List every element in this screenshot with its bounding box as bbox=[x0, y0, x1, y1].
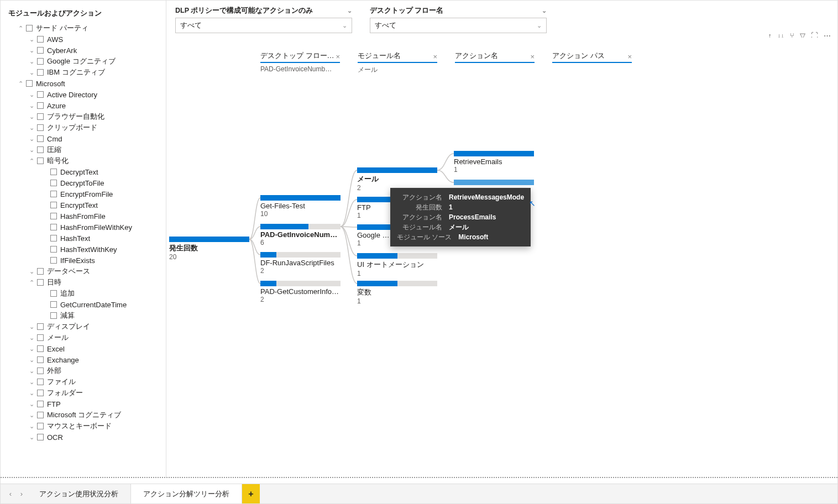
tree-root-node[interactable]: 発生回数 20 bbox=[169, 237, 249, 261]
tree-item[interactable]: ⌄ディスプレイ bbox=[1, 321, 166, 332]
checkbox[interactable] bbox=[50, 301, 57, 308]
filter-flow-label[interactable]: デスクトップ フロー名 ⌄ bbox=[370, 4, 547, 18]
checkbox[interactable] bbox=[37, 401, 44, 407]
checkbox[interactable] bbox=[37, 379, 44, 385]
chevron-down-icon[interactable]: ⌄ bbox=[27, 356, 36, 364]
tree-item[interactable]: 追加 bbox=[1, 288, 166, 299]
chevron-down-icon[interactable]: ⌄ bbox=[27, 390, 36, 397]
checkbox[interactable] bbox=[37, 47, 44, 54]
tree-item[interactable]: HashFromFileWithKey bbox=[1, 222, 166, 233]
tree-item[interactable]: EncryptFromFile bbox=[1, 188, 166, 200]
chevron-down-icon[interactable]: ⌄ bbox=[27, 113, 36, 120]
chevron-down-icon[interactable]: ⌄ bbox=[27, 69, 36, 76]
tree-item[interactable]: ⌃暗号化 bbox=[1, 155, 166, 166]
chevron-up-icon[interactable]: ⌃ bbox=[27, 158, 36, 165]
checkbox[interactable] bbox=[50, 180, 57, 186]
tree-item[interactable]: ⌄外部 bbox=[1, 365, 166, 376]
checkbox[interactable] bbox=[50, 224, 57, 230]
tree-item[interactable]: HashText bbox=[1, 233, 166, 244]
chevron-up-icon[interactable]: ⌃ bbox=[16, 80, 25, 87]
checkbox[interactable] bbox=[50, 169, 57, 175]
chevron-down-icon[interactable]: ⌄ bbox=[27, 434, 36, 441]
chevron-down-icon[interactable]: ⌄ bbox=[27, 91, 36, 98]
tree-item[interactable]: ⌄AWS bbox=[1, 34, 166, 45]
tree-node[interactable]: UI オートメーション1 bbox=[357, 253, 437, 277]
chevron-down-icon[interactable]: ⌄ bbox=[27, 323, 36, 330]
checkbox[interactable] bbox=[50, 202, 57, 208]
checkbox[interactable] bbox=[37, 91, 44, 98]
tree-item[interactable]: ⌄Google コグニティブ bbox=[1, 56, 166, 67]
tree-node[interactable]: RetrieveEmails1 bbox=[454, 151, 534, 174]
filter-flow-select[interactable]: すべて ⌄ bbox=[370, 18, 547, 33]
checkbox[interactable] bbox=[37, 423, 44, 429]
tree-item[interactable]: ⌄ブラウザー自動化 bbox=[1, 111, 166, 122]
tree-item[interactable]: ⌄Exchange bbox=[1, 354, 166, 365]
checkbox[interactable] bbox=[37, 36, 44, 43]
checkbox[interactable] bbox=[37, 69, 44, 76]
checkbox[interactable] bbox=[37, 102, 44, 109]
tab-usage[interactable]: アクション使用状況分析 bbox=[27, 484, 131, 503]
tree-node[interactable]: Get-Files-Test10 bbox=[260, 195, 341, 218]
chevron-down-icon[interactable]: ⌄ bbox=[27, 135, 36, 143]
col-head-module[interactable]: モジュール名 × bbox=[358, 50, 437, 63]
tree-item[interactable]: ⌄クリップボード bbox=[1, 122, 166, 133]
chevron-down-icon[interactable]: ⌄ bbox=[27, 368, 36, 375]
checkbox[interactable] bbox=[37, 323, 44, 330]
checkbox[interactable] bbox=[37, 124, 44, 131]
checkbox[interactable] bbox=[50, 246, 57, 253]
checkbox[interactable] bbox=[37, 158, 44, 164]
chevron-down-icon[interactable]: ⌄ bbox=[27, 36, 36, 43]
tree-item[interactable]: IfFileExists bbox=[1, 255, 166, 266]
tab-add-button[interactable]: + bbox=[242, 484, 260, 503]
tree-item[interactable]: ⌄圧縮 bbox=[1, 144, 166, 155]
checkbox[interactable] bbox=[37, 412, 44, 418]
tree-node[interactable]: DF-RunJavaScriptFiles2 bbox=[260, 252, 341, 275]
checkbox[interactable] bbox=[37, 113, 44, 120]
tree-item[interactable]: ⌄Active Directory bbox=[1, 89, 166, 100]
chevron-down-icon[interactable]: ⌄ bbox=[27, 379, 36, 386]
tree-item[interactable]: ⌃Microsoft bbox=[1, 78, 166, 89]
tree-item[interactable]: ⌄ファイル bbox=[1, 376, 166, 387]
checkbox[interactable] bbox=[26, 80, 33, 87]
tree-item[interactable]: ⌄FTP bbox=[1, 398, 166, 410]
chevron-down-icon[interactable]: ⌄ bbox=[27, 146, 36, 154]
checkbox[interactable] bbox=[50, 312, 57, 319]
chevron-down-icon[interactable]: ⌄ bbox=[27, 102, 36, 109]
chevron-down-icon[interactable]: ⌄ bbox=[27, 47, 36, 54]
decomposition-tree[interactable]: デスクトップ フロー… × PAD-GetInvoiceNumb… モジュール名… bbox=[166, 38, 837, 477]
tree-item[interactable]: ⌄OCR bbox=[1, 432, 166, 443]
tab-decomposition[interactable]: アクション分解ツリー分析 bbox=[131, 484, 242, 503]
col-head-path[interactable]: アクション パス × bbox=[552, 50, 632, 63]
col-head-flow[interactable]: デスクトップ フロー… × bbox=[260, 50, 340, 63]
tree-item[interactable]: HashTextWithKey bbox=[1, 244, 166, 255]
tree-node[interactable]: PAD-GetCustomerInfo…2 bbox=[260, 281, 341, 303]
tree-item[interactable]: DecryptToFile bbox=[1, 177, 166, 188]
tree-item[interactable]: GetCurrentDateTime bbox=[1, 299, 166, 310]
tab-next-icon[interactable]: › bbox=[16, 484, 27, 503]
checkbox[interactable] bbox=[50, 191, 57, 197]
tree-item[interactable]: HashFromFile bbox=[1, 211, 166, 222]
checkbox[interactable] bbox=[26, 25, 33, 32]
tree-item[interactable]: ⌃日時 bbox=[1, 277, 166, 288]
tree-item[interactable]: ⌄Excel bbox=[1, 343, 166, 354]
tree-item[interactable]: ⌃サード パーティ bbox=[1, 23, 166, 34]
checkbox[interactable] bbox=[37, 368, 44, 374]
tree-node[interactable]: PAD-GetInvoiceNum…6 bbox=[260, 224, 341, 246]
chevron-down-icon[interactable]: ⌄ bbox=[27, 423, 36, 430]
checkbox[interactable] bbox=[37, 334, 44, 341]
chevron-up-icon[interactable]: ⌃ bbox=[27, 279, 36, 286]
close-icon[interactable]: × bbox=[433, 53, 437, 61]
chevron-down-icon[interactable]: ⌄ bbox=[27, 401, 36, 408]
tab-prev-icon[interactable]: ‹ bbox=[5, 484, 16, 503]
tree-item[interactable]: ⌄Microsoft コグニティブ bbox=[1, 410, 166, 421]
checkbox[interactable] bbox=[37, 58, 44, 65]
checkbox[interactable] bbox=[37, 390, 44, 396]
tree-item[interactable]: ⌄Cmd bbox=[1, 133, 166, 144]
chevron-down-icon[interactable]: ⌄ bbox=[27, 334, 36, 342]
col-head-action[interactable]: アクション名 × bbox=[455, 50, 535, 63]
checkbox[interactable] bbox=[50, 235, 57, 242]
tree-item[interactable]: ⌄IBM コグニティブ bbox=[1, 67, 166, 78]
tree-item[interactable]: ⌄Azure bbox=[1, 100, 166, 111]
chevron-down-icon[interactable]: ⌄ bbox=[27, 345, 36, 353]
checkbox[interactable] bbox=[50, 213, 57, 219]
